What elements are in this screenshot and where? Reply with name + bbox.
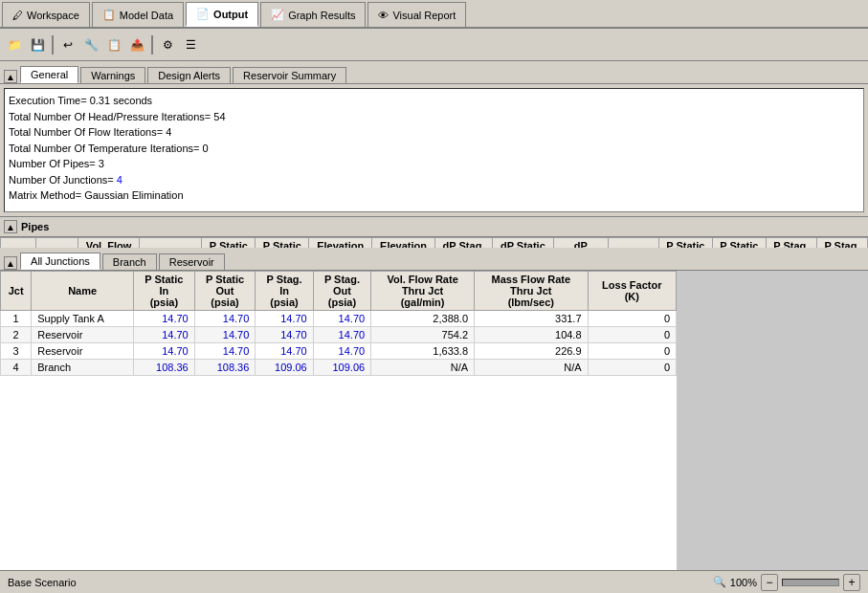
main-tab-bar: 🖊 Workspace 📋 Model Data 📄 Output 📈 Grap… — [0, 0, 868, 29]
table-cell: 331.7 — [475, 311, 589, 327]
col-p-static-in: P StaticIn(psia) — [658, 238, 712, 249]
table-cell: 3 — [1, 343, 32, 360]
table-cell: Reservoir — [32, 327, 134, 343]
summary-line-1: Execution Time= 0.31 seconds — [9, 93, 859, 109]
table-cell: 14.70 — [194, 327, 256, 343]
table-row: 1Supply Tank A14.7014.7014.7014.702,388.… — [1, 311, 677, 327]
toolbar-export-btn[interactable]: 📤 — [126, 34, 147, 55]
pipes-table-container[interactable]: Pipe Name Vol. FlowRate(gal/min) Velocit… — [0, 237, 868, 248]
sub-tab-design-alerts[interactable]: Design Alerts — [147, 67, 231, 83]
table-row: 4Branch108.36108.36109.06109.06N/AN/A0 — [1, 360, 677, 376]
junctions-collapse-btn[interactable]: ▲ — [4, 256, 17, 270]
sub-tab-warnings[interactable]: Warnings — [80, 67, 145, 83]
junctions-sub-tab-bar: ▲ All Junctions Branch Reservoir — [0, 248, 868, 271]
jct-col-name: Name — [32, 272, 134, 311]
table-cell: 0 — [588, 311, 676, 327]
table-cell: 14.70 — [134, 327, 195, 343]
zoom-level: 100% — [730, 577, 757, 588]
workspace-icon: 🖊 — [12, 10, 23, 21]
junctions-gray-area — [677, 271, 868, 570]
tab-output[interactable]: 📄 Output — [186, 2, 258, 27]
sub-tab-general[interactable]: General — [20, 66, 78, 83]
table-cell: 109.06 — [256, 360, 313, 376]
table-cell: 2 — [1, 327, 32, 343]
table-cell: 14.70 — [313, 343, 370, 360]
visual-report-icon: 👁 — [378, 10, 389, 21]
summary-line-3: Total Number Of Flow Iterations= 4 — [9, 124, 859, 141]
main-content: ▲ General Warnings Design Alerts Reservo… — [0, 61, 868, 570]
pipes-section-collapse[interactable]: ▲ — [4, 220, 17, 233]
table-cell: 754.2 — [371, 327, 475, 343]
table-cell: 0 — [588, 343, 676, 360]
table-cell: 1 — [1, 311, 32, 327]
jct-col-p-static-out: P StaticOut(psia) — [194, 272, 256, 311]
jct-col-mass-flow: Mass Flow RateThru Jct(lbm/sec) — [475, 272, 589, 311]
scenario-label: Base Scenario — [8, 577, 77, 588]
junctions-table-wrap[interactable]: Jct Name P StaticIn(psia) P StaticOut(ps… — [0, 271, 868, 570]
table-row: 2Reservoir14.7014.7014.7014.70754.2104.8… — [1, 327, 677, 343]
table-cell: 108.36 — [134, 360, 195, 376]
sub-tab-branch[interactable]: Branch — [102, 253, 157, 270]
summary-text-area: Execution Time= 0.31 seconds Total Numbe… — [4, 88, 864, 212]
table-cell: N/A — [371, 360, 475, 376]
sub-tab-reservoir-summary[interactable]: Reservoir Summary — [233, 67, 346, 83]
status-bar: Base Scenario 🔍 100% − + — [0, 570, 868, 593]
pipes-collapse-btn[interactable]: ▲ — [4, 70, 17, 83]
summary-line-5: Number Of Pipes= 3 — [9, 156, 859, 172]
col-elev-outlet: ElevationOutlet(feet) — [372, 238, 435, 249]
pipes-table: Pipe Name Vol. FlowRate(gal/min) Velocit… — [0, 237, 868, 248]
zoom-controls: 🔍 100% − + — [713, 574, 860, 591]
table-cell: N/A — [475, 360, 589, 376]
col-p-static-out: P StaticOut(psia) — [712, 238, 766, 249]
summary-line-6: Number Of Junctions= 4 — [9, 172, 859, 188]
toolbar-settings-btn[interactable]: 🔧 — [80, 34, 101, 55]
toolbar-gear-btn[interactable]: ⚙ — [157, 34, 178, 55]
pipes-section: ▲ General Warnings Design Alerts Reservo… — [0, 61, 868, 248]
tab-workspace[interactable]: 🖊 Workspace — [2, 2, 90, 27]
col-p-static-min: P StaticMin(psia) — [256, 238, 309, 249]
col-elev-inlet: ElevationInlet(feet) — [309, 238, 372, 249]
zoom-in-btn[interactable]: + — [843, 574, 860, 591]
tab-visual-report[interactable]: 👁 Visual Report — [367, 2, 466, 27]
col-vol-flow: Vol. FlowRate(gal/min) — [78, 238, 139, 249]
pipes-sub-tab-bar: ▲ General Warnings Design Alerts Reservo… — [0, 61, 868, 84]
toolbar-list-btn[interactable]: ☰ — [180, 34, 201, 55]
model-data-icon: 📋 — [102, 9, 116, 21]
tab-graph-results[interactable]: 📈 Graph Results — [260, 2, 366, 27]
jct-col-p-static-in: P StaticIn(psia) — [134, 272, 195, 311]
summary-line-2: Total Number Of Head/Pressure Iterations… — [9, 109, 859, 125]
sub-tab-all-junctions[interactable]: All Junctions — [20, 253, 100, 270]
table-cell: 1,633.8 — [371, 343, 475, 360]
output-icon: 📄 — [196, 8, 210, 20]
table-cell: 0 — [588, 360, 676, 376]
table-cell: 14.70 — [313, 311, 370, 327]
pipes-title: Pipes — [21, 221, 49, 232]
pipes-header: ▲ Pipes — [0, 216, 868, 237]
table-cell: Reservoir — [32, 343, 134, 360]
toolbar-open-btn[interactable]: 📁 — [4, 34, 25, 55]
jct-col-p-stag-in: P Stag.In(psia) — [256, 272, 313, 311]
toolbar-back-btn[interactable]: ↩ — [57, 34, 78, 55]
graph-results-icon: 📈 — [271, 9, 284, 21]
table-cell: 14.70 — [134, 311, 195, 327]
table-cell: 14.70 — [134, 343, 195, 360]
zoom-out-btn[interactable]: − — [761, 574, 778, 591]
col-dp-stag-total: dP Stag.Total(psid) — [434, 238, 492, 249]
col-dp-static-total: dP StaticTotal(psid) — [493, 238, 554, 249]
col-pipe: Pipe — [1, 238, 36, 249]
zoom-slider[interactable] — [782, 579, 839, 586]
summary-line-blank — [9, 204, 859, 213]
search-icon: 🔍 — [713, 576, 726, 588]
col-name: Name — [35, 238, 78, 249]
table-row: 3Reservoir14.7014.7014.7014.701,633.8226… — [1, 343, 677, 360]
toolbar-save-btn[interactable]: 💾 — [27, 34, 48, 55]
toolbar-copy-btn[interactable]: 📋 — [103, 34, 124, 55]
toolbar-sep-1 — [52, 35, 54, 55]
table-cell: 0 — [588, 327, 676, 343]
summary-line-7: Matrix Method= Gaussian Elimination — [9, 187, 859, 204]
table-cell: 14.70 — [256, 327, 313, 343]
sub-tab-reservoir[interactable]: Reservoir — [159, 253, 225, 270]
tab-model-data[interactable]: 📋 Model Data — [92, 2, 184, 27]
summary-line-4: Total Number Of Temperature Iterations= … — [9, 141, 859, 157]
toolbar: 📁 💾 ↩ 🔧 📋 📤 ⚙ ☰ — [0, 29, 868, 61]
